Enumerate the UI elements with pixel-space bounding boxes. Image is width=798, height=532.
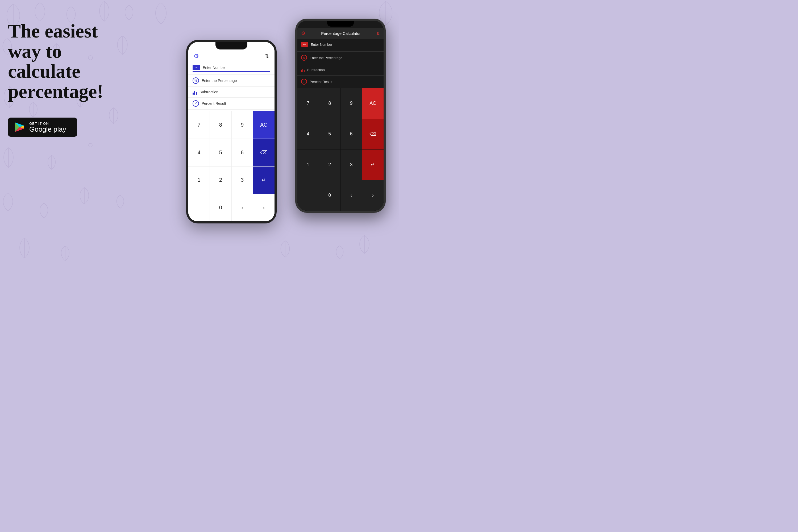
subtraction-field[interactable]: Subtraction [188, 87, 274, 98]
dark-enter-number-label: Enter Number [311, 42, 332, 46]
subtraction-label: Subtraction [200, 90, 218, 94]
key-left[interactable]: ‹ [232, 194, 253, 221]
dark-top-bar: ⚙ Percentage Calculator ⇅ [298, 28, 384, 39]
key-7[interactable]: 7 [188, 111, 210, 138]
headline-line2: way to [8, 41, 62, 62]
enter-percentage-label: Enter the Percentage [202, 78, 237, 83]
dark-sort-icon[interactable]: ⇅ [376, 31, 380, 36]
dark-numpad: 7 8 9 AC 4 5 6 ⌫ 1 2 3 ↵ . 0 ‹ › [298, 88, 384, 211]
percent-result-label: Percent Result [202, 101, 226, 106]
percent-icon: % [193, 77, 199, 84]
key-1[interactable]: 1 [188, 167, 210, 194]
key-backspace[interactable]: ⌫ [253, 139, 274, 166]
dark-number-icon: 100 [301, 42, 308, 47]
dark-bar-chart-icon [301, 67, 305, 72]
dark-subtraction-field[interactable]: Subtraction [298, 64, 384, 76]
headline-line3: calculate [8, 61, 80, 82]
gear-icon[interactable]: ⚙ [194, 53, 199, 60]
key-ac[interactable]: AC [253, 111, 274, 138]
dark-percent-result-label: Percent Result [310, 80, 332, 84]
dark-input-line [311, 48, 380, 48]
dark-phone-title: Percentage Calculator [321, 31, 360, 36]
dark-phone-notch [327, 21, 354, 26]
key-right[interactable]: › [253, 194, 274, 221]
dark-key-1[interactable]: 1 [298, 150, 319, 180]
key-3[interactable]: 3 [232, 167, 253, 194]
dark-enter-number-field[interactable]: 100 Enter Number [298, 39, 384, 52]
white-phone-notch [215, 42, 247, 50]
percent-result-field[interactable]: ✓ Percent Result [188, 98, 274, 110]
dark-subtraction-label: Subtraction [307, 68, 325, 72]
dark-key-backspace[interactable]: ⌫ [362, 119, 384, 150]
dark-check-icon: ✓ [301, 79, 307, 84]
sort-icon[interactable]: ⇅ [265, 53, 269, 59]
key-2[interactable]: 2 [210, 167, 231, 194]
dark-phone-screen: ⚙ Percentage Calculator ⇅ 100 Enter Numb… [298, 21, 384, 211]
key-4[interactable]: 4 [188, 139, 210, 166]
dark-key-enter[interactable]: ↵ [362, 150, 384, 180]
enter-percentage-field[interactable]: % Enter the Percentage [188, 75, 274, 87]
dark-key-ac[interactable]: AC [362, 88, 384, 119]
bar-chart-icon [193, 89, 197, 95]
dark-gear-icon[interactable]: ⚙ [301, 30, 305, 36]
google-play-store-name: Google play [29, 126, 66, 133]
dark-key-left[interactable]: ‹ [341, 180, 362, 211]
dark-key-right[interactable]: › [362, 180, 384, 211]
svg-point-1 [89, 144, 92, 147]
dark-key-4[interactable]: 4 [298, 119, 319, 150]
dark-enter-percentage-label: Enter the Percentage [310, 56, 342, 60]
white-numpad: 7 8 9 AC 4 5 6 ⌫ 1 2 3 ↵ . 0 ‹ › [188, 111, 274, 221]
white-top-bar: ⚙ ⇅ [188, 50, 274, 62]
key-enter[interactable]: ↵ [253, 167, 274, 194]
dark-key-2[interactable]: 2 [319, 150, 340, 180]
headline: The easiest way to calculate percentage! [8, 21, 141, 101]
number-input-line [193, 71, 270, 72]
enter-number-label: Enter Number [203, 65, 226, 70]
dark-key-6[interactable]: 6 [341, 119, 362, 150]
key-5[interactable]: 5 [210, 139, 231, 166]
number-icon: 100 [193, 65, 200, 70]
key-9[interactable]: 9 [232, 111, 253, 138]
dark-key-5[interactable]: 5 [319, 119, 340, 150]
dark-key-7[interactable]: 7 [298, 88, 319, 119]
get-it-on-label: GET IT ON [29, 121, 66, 126]
dark-key-0[interactable]: 0 [319, 180, 340, 211]
dark-key-dot[interactable]: . [298, 180, 319, 211]
dark-key-9[interactable]: 9 [341, 88, 362, 119]
white-phone-screen: ⚙ ⇅ 100 Enter Number % Enter the Percent… [188, 42, 274, 221]
dark-percent-result-field[interactable]: ✓ Percent Result [298, 76, 384, 88]
dark-key-3[interactable]: 3 [341, 150, 362, 180]
key-0[interactable]: 0 [210, 194, 231, 221]
white-phone: ⚙ ⇅ 100 Enter Number % Enter the Percent… [186, 40, 277, 224]
headline-text: The easiest [8, 20, 98, 42]
enter-number-field[interactable]: 100 Enter Number [188, 62, 274, 75]
google-play-icon [14, 121, 25, 133]
headline-line4: percentage! [8, 81, 103, 102]
key-6[interactable]: 6 [232, 139, 253, 166]
google-play-button[interactable]: GET IT ON Google play [8, 118, 77, 137]
left-section: The easiest way to calculate percentage! [8, 21, 141, 137]
dark-phone: ⚙ Percentage Calculator ⇅ 100 Enter Numb… [295, 19, 386, 213]
key-dot[interactable]: . [188, 194, 210, 221]
key-8[interactable]: 8 [210, 111, 231, 138]
phones-container: ⚙ ⇅ 100 Enter Number % Enter the Percent… [165, 13, 394, 253]
google-play-text: GET IT ON Google play [29, 121, 66, 133]
dark-enter-percentage-field[interactable]: % Enter the Percentage [298, 52, 384, 64]
dark-percent-icon: % [301, 55, 307, 61]
check-icon: ✓ [193, 100, 199, 107]
dark-key-8[interactable]: 8 [319, 88, 340, 119]
